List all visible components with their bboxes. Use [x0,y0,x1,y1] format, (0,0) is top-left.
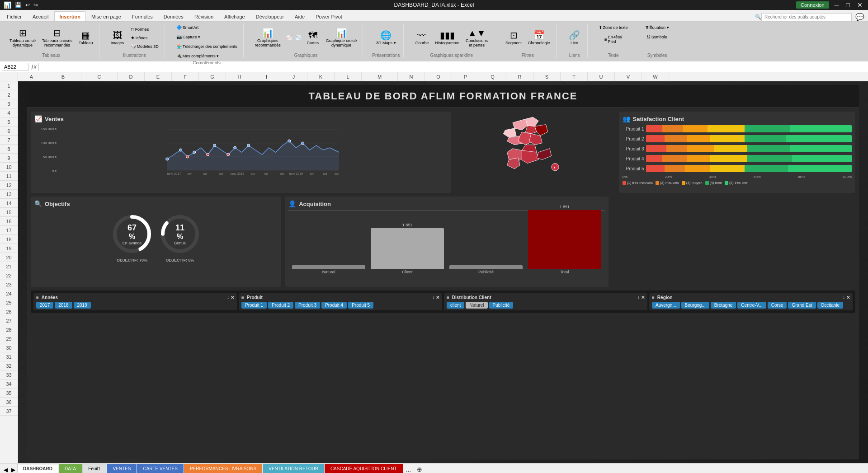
maximize-icon[interactable]: □ [844,1,852,9]
chip-grand-est[interactable]: Grand Est [788,302,816,309]
col-k[interactable]: K [307,72,335,81]
btn-zone-texte[interactable]: 𝐓 Zone de texte [597,23,630,32]
row-22[interactable]: 22 [0,271,18,280]
minimize-icon[interactable]: ─ [833,1,841,9]
col-m[interactable]: M [362,72,398,81]
chip-produit5[interactable]: Produit 5 [348,302,373,309]
btn-graphiques-recommandes[interactable]: 📊 Graphiquesrecommandés [253,27,283,49]
col-c[interactable]: C [81,72,118,81]
col-g[interactable]: G [199,72,226,81]
col-h[interactable]: H [226,72,253,81]
chip-auvergne[interactable]: Auvergn... [652,302,680,309]
chip-produit3[interactable]: Produit 3 [295,302,320,309]
row-28[interactable]: 28 [0,325,18,334]
chip-occitanie[interactable]: Occitanie [817,302,844,309]
row-10[interactable]: 10 [0,163,18,172]
col-l[interactable]: L [335,72,362,81]
row-1[interactable]: 1 [0,81,18,90]
btn-mes-complements[interactable]: 🔌 Mes compléments ▾ [174,52,222,60]
row-17[interactable]: 17 [0,226,18,235]
btn-cartes[interactable]: 🗺 Cartes [304,29,322,47]
col-e[interactable]: E [145,72,172,81]
row-32[interactable]: 32 [0,361,18,370]
col-p[interactable]: P [452,72,479,81]
chip-2018[interactable]: 2018 [55,302,72,309]
btn-entete-pied[interactable]: ≡ En-tête/Pied [602,33,624,45]
chip-corse[interactable]: Corse [768,302,787,309]
btn-symbole[interactable]: Ω Symbole [645,33,670,41]
tab-formules[interactable]: Formules [127,11,158,21]
row-29[interactable]: 29 [0,334,18,343]
tab-donnees[interactable]: Données [159,11,189,21]
row-35[interactable]: 35 [0,389,18,398]
row-14[interactable]: 14 [0,199,18,208]
tab-aide[interactable]: Aide [290,11,310,21]
row-24[interactable]: 24 [0,289,18,298]
row-36[interactable]: 36 [0,398,18,407]
comment-icon[interactable]: 💬 [855,13,864,21]
chip-centre-v[interactable]: Centre-V... [737,302,766,309]
filter-annees-sort[interactable]: ↕ ✕ [227,295,234,300]
tab-fichier[interactable]: Fichier [2,11,27,21]
tab-feuil1[interactable]: Feuil1 [82,464,106,473]
btn-segment[interactable]: ⊡ Segment [503,29,524,47]
row-5[interactable]: 5 [0,117,18,126]
chip-produit2[interactable]: Produit 2 [268,302,293,309]
row-8[interactable]: 8 [0,145,18,154]
filter-produit-sort[interactable]: ↕ ✕ [432,295,439,300]
formula-input[interactable] [41,64,866,70]
btn-graphique-croise[interactable]: 📊 Graphique croisédynamique [324,27,359,49]
tab-insertion[interactable]: Insertion [54,11,85,21]
btn-icones[interactable]: ★ Icônes [128,34,161,42]
chip-naturel[interactable]: Naturel [466,302,487,309]
row-34[interactable]: 34 [0,379,18,389]
row-13[interactable]: 13 [0,190,18,199]
tab-nav-right[interactable]: ▶ [9,467,17,473]
tab-carte-ventes[interactable]: CARTE VENTES [137,464,184,473]
row-3[interactable]: 3 [0,99,18,108]
col-b[interactable]: B [45,72,81,81]
chip-2017[interactable]: 2017 [36,302,53,309]
connexion-button[interactable]: Connexion [796,1,829,9]
btn-conclusions[interactable]: ▲▼ Conclusionset pertes [463,27,490,49]
tab-ventilation[interactable]: VENTILATION RETOUR [263,464,324,473]
btn-tableaux-recommandes[interactable]: ⊟ Tableaux croisésrecommandés [40,27,75,49]
chip-publicite[interactable]: Publicité [489,302,514,309]
filter-distribution-sort[interactable]: ↕ ✕ [637,295,645,300]
corner-cell[interactable] [0,72,18,81]
quick-access-redo[interactable]: ↪ [33,2,38,8]
row-30[interactable]: 30 [0,343,18,352]
btn-lien[interactable]: 🔗 Lien [566,29,584,47]
col-n[interactable]: N [398,72,425,81]
col-f[interactable]: F [172,72,199,81]
tab-affichage[interactable]: Affichage [219,11,250,21]
name-box[interactable] [2,63,29,71]
row-20[interactable]: 20 [0,253,18,262]
btn-modeles-3d[interactable]: 🎲 Modèles 3D [128,42,161,50]
tab-performances[interactable]: PERFORMANCES LIVRAISONS [184,464,262,473]
btn-3d-maps[interactable]: 🌐 3D Maps ▾ [374,29,398,47]
row-15[interactable]: 15 [0,208,18,217]
btn-histogramme[interactable]: ▮▮▮ Histogramme [433,29,462,47]
row-12[interactable]: 12 [0,181,18,190]
close-icon[interactable]: ✕ [855,1,864,9]
col-q[interactable]: Q [479,72,506,81]
row-18[interactable]: 18 [0,235,18,244]
btn-telecharger-complements[interactable]: 🏪 Télécharger des compléments [174,42,240,50]
tab-accueil[interactable]: Accueil [28,11,53,21]
chip-produit1[interactable]: Produit 1 [241,302,267,309]
col-o[interactable]: O [425,72,452,81]
col-r[interactable]: R [506,72,533,81]
chip-bourgogne[interactable]: Bourgog... [681,302,709,309]
row-19[interactable]: 19 [0,244,18,253]
row-37[interactable]: 37 [0,407,18,416]
tab-data[interactable]: DATA [59,464,82,473]
col-s[interactable]: S [533,72,561,81]
row-31[interactable]: 31 [0,352,18,361]
chip-2019[interactable]: 2019 [74,302,91,309]
btn-images[interactable]: 🖼 Images [108,29,127,47]
btn-capture[interactable]: 📷 Capture ▾ [174,33,203,41]
btn-chronologie[interactable]: 📅 Chronologie [526,29,552,47]
chip-produit4[interactable]: Produit 4 [321,302,347,309]
col-j[interactable]: J [280,72,307,81]
